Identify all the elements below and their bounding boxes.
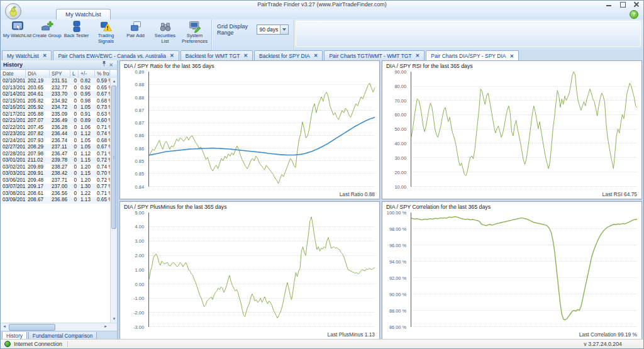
table-row[interactable]: 02/22/2017207.45236.2801.060.71 % bbox=[1, 125, 110, 131]
y-tick-label: -1.00 bbox=[133, 296, 144, 301]
scroll-down-icon[interactable]: ▼ bbox=[111, 316, 117, 323]
close-icon[interactable] bbox=[633, 2, 640, 7]
table-cell: 203.65 bbox=[26, 85, 50, 92]
table-cell: 205.82 bbox=[26, 98, 50, 105]
y-tick-label: 4.00 bbox=[135, 224, 144, 230]
table-row[interactable]: 02/13/2017203.65232.7700.920.65 % bbox=[1, 85, 110, 92]
tab-close-icon[interactable]: ✕ bbox=[509, 53, 514, 59]
doc-tab-3[interactable]: Backtest for WMT TGT✕ bbox=[180, 50, 253, 60]
horizontal-scrollbar[interactable]: ◄ ► bbox=[1, 323, 117, 331]
table-row[interactable]: 02/27/2017208.29237.1101.050.67 % bbox=[1, 144, 110, 151]
doc-tab-2[interactable]: Pair Charts EWA/EWC - Canada vs. Austral… bbox=[53, 50, 179, 60]
table-cell: 0 bbox=[70, 125, 79, 131]
ribbon-button-system-preferences[interactable]: System Preferences bbox=[180, 20, 209, 43]
ribbon-button-create-group[interactable]: Create Group bbox=[32, 20, 62, 43]
chart-plot-area bbox=[411, 213, 637, 328]
table-row[interactable]: 03/03/2017209.91238.4201.150.70 % bbox=[1, 170, 110, 177]
ribbon-button-back-tester[interactable]: Back Tester bbox=[62, 20, 91, 43]
table-cell: 0 bbox=[70, 144, 79, 151]
y-tick-label: 30.00 bbox=[395, 155, 407, 160]
table-cell: 208.67 bbox=[26, 197, 50, 204]
table-row[interactable]: 02/24/2017207.93236.7401.050.68 % bbox=[1, 138, 110, 145]
table-row[interactable]: 02/23/2017207.82236.4401.120.74 % bbox=[1, 131, 110, 138]
table-row[interactable]: 03/08/2017208.61236.5601.220.71 % bbox=[1, 191, 110, 197]
scroll-right-icon[interactable]: ► bbox=[102, 323, 109, 330]
table-cell: 1.05 bbox=[79, 104, 95, 111]
ribbon-button-label: Trading Signals bbox=[91, 33, 121, 44]
table-cell: 03/09/2017 bbox=[1, 197, 26, 204]
pin-icon[interactable] bbox=[101, 60, 108, 69]
doc-tab-4[interactable]: Backtest for SPY DIA✕ bbox=[254, 50, 323, 60]
table-cell: 0 bbox=[70, 184, 79, 191]
table-cell: 0.92 bbox=[79, 85, 95, 92]
grid-display-range-label: Grid Display Range bbox=[217, 23, 253, 36]
y-tick-label: 92.00 % bbox=[389, 275, 406, 280]
y-tick-label: 40.00 bbox=[395, 141, 407, 147]
table-cell: 236.47 bbox=[50, 151, 70, 158]
table-cell: 238.27 bbox=[50, 164, 70, 171]
table-row[interactable]: 02/16/2017205.92234.7201.050.73 % bbox=[1, 104, 110, 111]
table-row[interactable]: 03/07/2017209.17237.0001.300.77 % bbox=[1, 184, 110, 191]
tab-close-icon[interactable]: ✕ bbox=[170, 53, 174, 58]
pear-icon bbox=[8, 6, 19, 17]
table-row[interactable]: 02/28/2017207.98236.4701.120.71 % bbox=[1, 151, 110, 158]
table-row[interactable]: 03/01/2017211.02239.7801.150.72 % bbox=[1, 157, 110, 164]
securities-list-icon bbox=[159, 20, 172, 33]
table-row[interactable]: 02/21/2017207.07236.4900.890.60 % bbox=[1, 118, 110, 125]
doc-tab-1[interactable]: My WatchList✕ bbox=[2, 50, 52, 60]
column-header--from-mea[interactable]: % from Mea▲ bbox=[95, 70, 110, 78]
column-header--[interactable]: +/- bbox=[79, 70, 95, 78]
dock-close-icon[interactable]: ✕ bbox=[108, 61, 114, 69]
table-row[interactable]: 02/15/2017205.82234.9200.980.68 % bbox=[1, 98, 110, 105]
table-row[interactable]: 03/02/2017209.89238.2701.200.74 % bbox=[1, 164, 110, 171]
help-icon[interactable]: ? bbox=[630, 10, 638, 19]
tab-close-icon[interactable]: ✕ bbox=[416, 53, 420, 58]
column-header-spy[interactable]: SPY bbox=[50, 70, 70, 78]
ribbon-button-my-watchlist[interactable]: My WatchList bbox=[3, 20, 32, 43]
window-title: PairTrade Finder v3.27 (www.PairTradeFin… bbox=[1, 1, 643, 8]
history-table-body: 02/10/2017202.19231.5100.820.59 %02/13/2… bbox=[1, 78, 110, 323]
table-row[interactable]: 03/09/2017208.67236.8601.130.65 % bbox=[1, 197, 110, 204]
doc-tab-6[interactable]: Pair Charts DIA/SPY - SPY DIA✕ bbox=[426, 50, 519, 61]
maximize-icon[interactable] bbox=[619, 2, 626, 7]
table-cell: 0.67 % bbox=[95, 144, 110, 151]
table-row[interactable]: 02/17/2017205.88235.0900.910.63 % bbox=[1, 111, 110, 118]
table-row[interactable]: 02/14/2017204.61233.7000.950.67 % bbox=[1, 91, 110, 98]
app-logo-pear-icon[interactable] bbox=[5, 3, 21, 19]
scroll-up-icon[interactable]: ▲ bbox=[111, 78, 117, 85]
tab-close-icon[interactable]: ✕ bbox=[314, 53, 318, 58]
table-cell: 0.60 % bbox=[95, 118, 110, 125]
table-cell: 236.74 bbox=[50, 138, 70, 145]
column-header-date[interactable]: Date bbox=[1, 70, 26, 78]
y-tick-label: -2.00 bbox=[133, 310, 144, 316]
y-tick-label: -3.00 bbox=[133, 324, 144, 330]
status-bar: Internet Connection v 3.27.24.0.204 bbox=[1, 339, 643, 348]
minimize-icon[interactable] bbox=[606, 2, 612, 7]
chevron-down-icon[interactable] bbox=[280, 25, 288, 34]
table-cell: 0 bbox=[70, 138, 79, 145]
ribbon-button-trading-signals[interactable]: Trading Signals bbox=[91, 20, 121, 43]
ribbon-button-securities-list[interactable]: Securities List bbox=[150, 20, 180, 43]
table-row[interactable]: 03/06/2017209.48237.7101.200.72 % bbox=[1, 177, 110, 184]
tab-close-icon[interactable]: ✕ bbox=[243, 53, 248, 58]
table-cell: 0.68 % bbox=[95, 138, 110, 145]
vertical-scrollbar-thumb[interactable] bbox=[111, 86, 116, 229]
y-tick-label: 3.00 bbox=[135, 238, 144, 244]
vertical-scrollbar[interactable]: ▲ ▼ bbox=[110, 78, 117, 323]
column-header-dia[interactable]: DIA bbox=[26, 70, 50, 78]
series-plusminus bbox=[149, 216, 375, 318]
tab-close-icon[interactable]: ✕ bbox=[43, 53, 47, 58]
table-cell: 0.68 % bbox=[95, 98, 110, 105]
chart-last-value: Last Correlation 99.19 % bbox=[579, 331, 637, 338]
history-dock-header: History ✕ bbox=[1, 60, 117, 70]
table-row[interactable]: 02/10/2017202.19231.5100.820.59 % bbox=[1, 78, 110, 85]
scroll-left-icon[interactable]: ◄ bbox=[1, 323, 8, 330]
grid-display-range-select[interactable]: 90 days bbox=[257, 25, 289, 35]
doc-tab-5[interactable]: Pair Charts TGT/WMT - WMT TGT✕ bbox=[324, 50, 425, 60]
horizontal-scrollbar-thumb[interactable] bbox=[9, 324, 55, 331]
column-header-l[interactable]: L bbox=[70, 70, 79, 78]
table-cell: 02/15/2017 bbox=[1, 98, 26, 105]
ribbon-tab-my-watchlist[interactable]: My WatchList bbox=[56, 9, 111, 19]
ribbon-button-pair-add[interactable]: Pair Add bbox=[121, 20, 150, 43]
y-tick-label: 0.88 bbox=[135, 94, 144, 100]
